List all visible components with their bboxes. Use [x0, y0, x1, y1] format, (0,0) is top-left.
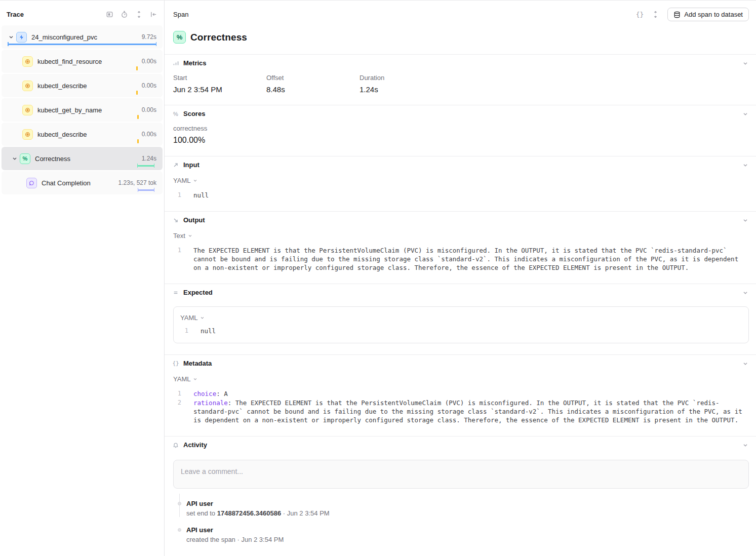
bolt-icon [16, 32, 27, 43]
metric-label: Offset [266, 74, 360, 82]
chevron-down-icon[interactable] [742, 217, 749, 224]
add-span-to-dataset-button[interactable]: Add span to dataset [667, 8, 749, 21]
span-header: Span {} Add span to dataset [165, 1, 756, 26]
section-title: Input [183, 161, 742, 169]
span-timeline [8, 188, 156, 192]
expected-format-dropdown[interactable]: YAML [180, 314, 205, 322]
chevron-down-icon[interactable] [11, 155, 18, 162]
trace-row-tool[interactable]: kubectl_describe 0.00s [2, 74, 163, 97]
metric-duration: Duration 1.24s [360, 74, 453, 94]
chevron-down-icon[interactable] [8, 33, 15, 41]
tool-icon [22, 129, 33, 140]
panel-label: Span [173, 11, 188, 18]
yaml-key: rationale [193, 399, 228, 407]
percent-icon: % [172, 111, 179, 117]
section-title: Expected [183, 289, 742, 296]
trace-row-correctness[interactable]: % Correctness 1.24s [2, 147, 163, 170]
metric-label: Duration [360, 74, 453, 82]
span-timeline [8, 115, 156, 119]
panel-view-icon[interactable] [106, 11, 113, 18]
metric-value: 1.24s [360, 85, 453, 94]
row-label: Correctness [35, 155, 138, 163]
section-title: Metadata [183, 360, 742, 367]
activity-target: 1748872456.3460586 [217, 509, 282, 517]
chevron-down-icon[interactable] [742, 442, 749, 449]
yaml-key: choice [193, 390, 216, 398]
expected-code: 1null [180, 327, 742, 335]
output-section: Output Text 1The EXPECTED ELEMENT is tha… [165, 211, 756, 284]
span-timeline [8, 91, 156, 95]
section-title: Activity [183, 441, 742, 449]
chevron-down-icon[interactable] [742, 110, 749, 117]
collapse-left-icon[interactable] [150, 11, 157, 18]
trace-row-root[interactable]: 24_misconfigured_pvc 9.72s [2, 25, 163, 49]
braces-icon: {} [172, 360, 179, 367]
trace-row-tool[interactable]: kubectl_get_by_name 0.00s [2, 98, 163, 122]
metadata-format-dropdown[interactable]: YAML [173, 375, 198, 383]
activity-detail: set end to 1748872456.3460586 · Jun 2 3:… [186, 509, 749, 517]
trace-row-chat-completion[interactable]: Chat Completion 1.23s, 527 tok [2, 171, 163, 194]
input-format-dropdown[interactable]: YAML [173, 177, 198, 184]
activity-section: Activity API user set end to 1748872456.… [165, 436, 756, 556]
input-section-header[interactable]: Input [165, 156, 756, 173]
scores-section-header[interactable]: % Scores [165, 105, 756, 122]
metric-start: Start Jun 2 3:54 PM [173, 74, 266, 94]
row-duration: 0.00s [142, 58, 156, 65]
metric-value: Jun 2 3:54 PM [173, 85, 266, 94]
score-name: correctness [173, 125, 749, 132]
input-section: Input YAML 1null [165, 156, 756, 211]
chat-bubble-icon [26, 178, 37, 188]
chevron-down-icon[interactable] [742, 360, 749, 367]
timeline-dot [178, 528, 181, 532]
line-number: 2 [173, 399, 181, 424]
metrics-section: Metrics Start Jun 2 3:54 PM Offset 8.48s… [165, 54, 756, 105]
span-title: Correctness [190, 32, 247, 43]
span-timeline [8, 139, 156, 143]
row-label: kubectl_describe [37, 131, 138, 138]
span-timeline [8, 42, 156, 46]
bell-icon [172, 442, 179, 448]
metrics-section-header[interactable]: Metrics [165, 55, 756, 71]
chevron-down-icon[interactable] [742, 60, 749, 67]
activity-action: created the span [186, 536, 235, 543]
format-label: YAML [173, 375, 190, 383]
metadata-code: 1 choice: A 2 rationale: The EXPECTED EL… [173, 389, 749, 424]
section-title: Scores [183, 110, 742, 117]
row-label: kubectl_describe [37, 82, 138, 90]
yaml-value: : A [216, 390, 228, 398]
chevron-down-icon[interactable] [742, 289, 749, 296]
line-number: 1 [180, 327, 188, 335]
activity-detail: created the span · Jun 2 3:54 PM [186, 536, 749, 543]
activity-user: API user [186, 526, 749, 534]
trace-row-tool[interactable]: kubectl_find_resource 0.00s [2, 50, 163, 73]
section-title: Output [183, 216, 742, 224]
bar-chart-icon [172, 60, 179, 66]
activity-action: set end to [186, 509, 217, 517]
activity-entry: API user set end to 1748872456.3460586 ·… [178, 500, 749, 517]
row-duration: 0.00s [142, 131, 156, 138]
tool-icon [22, 105, 33, 115]
comment-input[interactable] [173, 460, 749, 489]
expand-vertical-icon[interactable] [135, 11, 143, 18]
equals-icon [172, 290, 179, 296]
output-format-dropdown[interactable]: Text [173, 232, 193, 240]
row-label: kubectl_get_by_name [37, 106, 138, 114]
input-code: 1null [173, 191, 749, 200]
row-duration: 1.24s [142, 155, 156, 162]
span-timeline [8, 66, 156, 70]
expected-code-panel: YAML 1null [173, 306, 749, 343]
output-section-header[interactable]: Output [165, 212, 756, 228]
activity-section-header[interactable]: Activity [165, 436, 756, 453]
json-braces-icon[interactable]: {} [636, 11, 644, 18]
activity-time: · Jun 2 3:54 PM [235, 536, 284, 543]
trace-row-tool[interactable]: kubectl_describe 0.00s [2, 123, 163, 146]
stopwatch-icon[interactable] [121, 11, 128, 18]
row-duration: 0.00s [142, 106, 156, 113]
expected-section-header[interactable]: Expected [165, 284, 756, 300]
score-value: 100.00% [173, 136, 749, 145]
metadata-section: {} Metadata YAML 1 choice: A 2 rationale [165, 354, 756, 436]
chevron-down-icon[interactable] [742, 162, 749, 169]
metadata-section-header[interactable]: {} Metadata [165, 355, 756, 371]
expand-sections-icon[interactable] [652, 11, 659, 18]
database-icon [673, 11, 681, 18]
